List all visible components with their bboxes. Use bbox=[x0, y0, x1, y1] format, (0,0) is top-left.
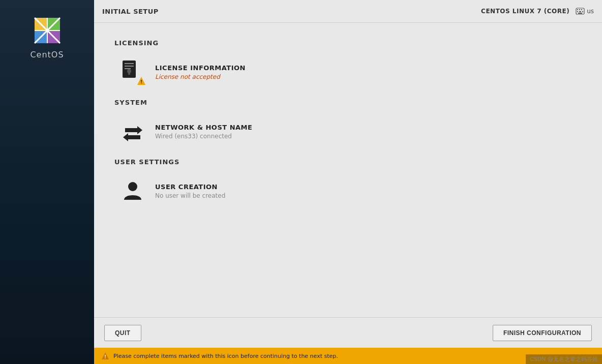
button-bar: QUIT FINISH CONFIGURATION bbox=[94, 317, 602, 348]
licensing-section: LICENSING bbox=[114, 39, 582, 89]
network-hostname-item[interactable]: NETWORK & HOST NAME Wired (ens33) connec… bbox=[114, 114, 582, 149]
svg-text:!: ! bbox=[140, 79, 142, 84]
svg-rect-21 bbox=[125, 63, 134, 64]
license-item-title: LICENSE INFORMATION bbox=[155, 64, 246, 72]
finish-configuration-button[interactable]: FINISH CONFIGURATION bbox=[493, 325, 592, 341]
centos-brand-text: CentOS bbox=[30, 50, 64, 59]
quit-button[interactable]: QUIT bbox=[104, 325, 141, 341]
svg-text:!: ! bbox=[104, 355, 106, 359]
warning-bar-icon: ! bbox=[101, 352, 109, 360]
main-area: INITIAL SETUP CENTOS LINUX 7 (CORE) us bbox=[94, 0, 602, 364]
sidebar: CentOS bbox=[0, 0, 94, 364]
keyboard-icon bbox=[576, 8, 585, 15]
user-settings-section: USER SETTINGS USER CREATION No user will… bbox=[114, 158, 582, 208]
network-item-subtitle: Wired (ens33) connected bbox=[155, 133, 252, 140]
top-bar-right: CENTOS LINUX 7 (CORE) us bbox=[481, 8, 594, 15]
network-item-text: NETWORK & HOST NAME Wired (ens33) connec… bbox=[155, 124, 252, 140]
svg-rect-17 bbox=[579, 11, 581, 12]
keyboard-indicator[interactable]: us bbox=[576, 8, 594, 15]
footer-credit: CSDN @无名之辈之码谷娃 bbox=[526, 354, 602, 364]
license-item-subtitle: License not accepted bbox=[155, 73, 246, 80]
license-item-text: LICENSE INFORMATION License not accepted bbox=[155, 64, 246, 80]
user-icon bbox=[119, 178, 146, 204]
svg-rect-15 bbox=[581, 9, 582, 10]
system-heading: SYSTEM bbox=[114, 99, 582, 106]
top-bar: INITIAL SETUP CENTOS LINUX 7 (CORE) us bbox=[94, 0, 602, 23]
license-information-item[interactable]: ! LICENSE INFORMATION License not accept… bbox=[114, 55, 582, 89]
user-settings-heading: USER SETTINGS bbox=[114, 158, 582, 166]
os-title: CENTOS LINUX 7 (CORE) bbox=[481, 8, 569, 15]
content-panel: LICENSING bbox=[94, 23, 602, 364]
network-icon bbox=[119, 118, 146, 145]
system-section: SYSTEM NETWORK & HOST NAME Wired (ens33)… bbox=[114, 99, 582, 149]
warning-badge-icon: ! bbox=[137, 76, 146, 85]
page-title: INITIAL SETUP bbox=[102, 8, 159, 15]
centos-logo-icon bbox=[32, 15, 63, 46]
network-arrows-icon bbox=[121, 120, 144, 143]
keyboard-layout-label: us bbox=[587, 8, 594, 15]
svg-rect-13 bbox=[577, 9, 578, 10]
warning-bar-message: Please complete items marked with this i… bbox=[113, 353, 338, 359]
centos-logo: CentOS bbox=[30, 15, 64, 59]
network-item-title: NETWORK & HOST NAME bbox=[155, 124, 252, 131]
svg-rect-18 bbox=[582, 11, 583, 12]
user-item-text: USER CREATION No user will be created bbox=[155, 183, 225, 199]
svg-rect-16 bbox=[577, 11, 578, 12]
user-avatar-icon bbox=[121, 179, 144, 203]
svg-rect-19 bbox=[578, 13, 582, 14]
svg-rect-22 bbox=[125, 66, 134, 67]
user-item-title: USER CREATION bbox=[155, 183, 225, 191]
svg-rect-14 bbox=[579, 9, 580, 10]
license-icon-wrapper: ! bbox=[119, 59, 146, 85]
svg-rect-23 bbox=[125, 68, 131, 69]
svg-rect-25 bbox=[128, 72, 130, 75]
user-item-subtitle: No user will be created bbox=[155, 192, 225, 199]
svg-point-28 bbox=[128, 182, 137, 191]
licensing-heading: LICENSING bbox=[114, 39, 582, 47]
user-creation-item[interactable]: USER CREATION No user will be created bbox=[114, 174, 582, 208]
